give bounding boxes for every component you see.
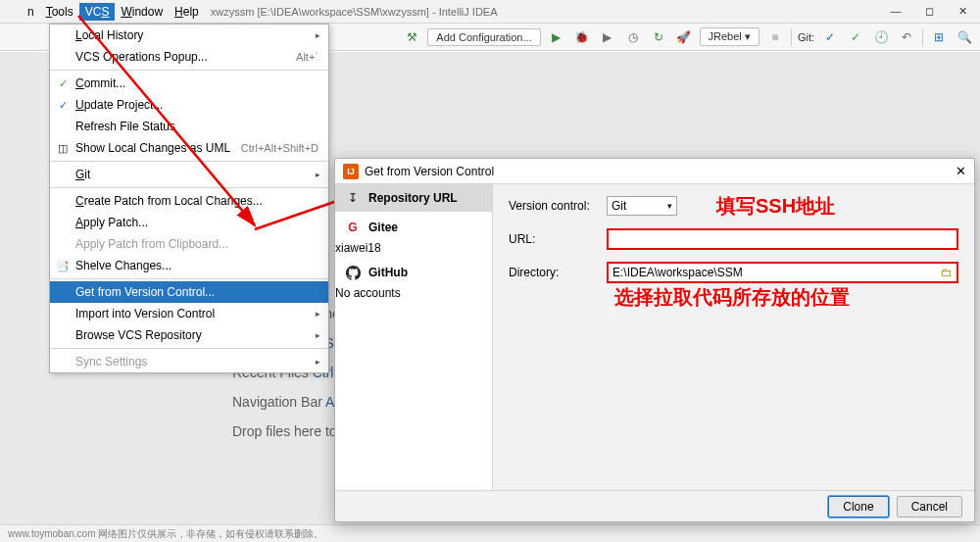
window-title: xwzyssm [E:\IDEA\workspace\SSM\xwzyssm] … [211,6,888,18]
menu-bar: n Tools VCS Window Help xwzyssm [E:\IDEA… [0,0,980,24]
dialog-form: Version control: Git▾ 填写SSH地址 URL: Direc… [493,184,974,492]
menu-window[interactable]: Window [115,3,169,21]
dialog-title: Get from Version Control [365,165,494,178]
menu-create-patch[interactable]: Create Patch from Local Changes... [50,190,328,212]
uml-icon: ◫ [56,141,70,155]
menu-n[interactable]: n [22,3,40,21]
source-gitee[interactable]: G Gitee [335,214,492,241]
debug-icon[interactable]: 🐞 [572,27,592,47]
version-control-combo[interactable]: Git▾ [607,196,677,216]
hammer-icon[interactable]: ⚒ [402,27,421,47]
annotation-directory: 选择拉取代码所存放的位置 [614,284,850,311]
git-commit-icon[interactable]: ✓ [846,27,865,47]
repo-icon: ↧ [345,190,361,206]
maximize-icon[interactable]: ◻ [921,5,937,18]
source-list: ↧ Repository URL G Gitee xiawei18 GitHub… [335,184,493,492]
git-update-icon[interactable]: ✓ [820,27,840,47]
gitee-icon: G [345,220,361,235]
vc-label: Version control: [509,199,607,213]
menu-show-uml[interactable]: ◫Show Local Changes as UMLCtrl+Alt+Shift… [50,137,328,159]
menu-commit[interactable]: ✓Commit... [50,73,328,94]
menu-browse-repo[interactable]: Browse VCS Repository▸ [50,324,328,346]
menu-apply-clipboard: Apply Patch from Clipboard... [50,233,328,255]
coverage-icon[interactable]: ▶ [598,27,617,47]
dialog-footer: Clone Cancel [335,490,974,521]
github-icon [345,265,361,280]
status-bar: www.toymoban.com 网络图片仅供展示，非存储，如有侵权请联系删除。 [0,524,980,542]
git-revert-icon[interactable]: ↶ [897,27,916,47]
url-label: URL: [509,232,607,246]
menu-update-project[interactable]: ✓Update Project... [50,94,328,116]
source-github[interactable]: GitHub [335,259,492,286]
intellij-icon: IJ [343,164,359,179]
check-icon: ✓ [56,76,70,90]
rerun-icon[interactable]: ↻ [649,27,668,47]
menu-sync-settings: Sync Settings▸ [50,351,328,372]
search-icon[interactable]: 🔍 [955,27,974,47]
close-icon[interactable]: ✕ [956,164,966,178]
add-configuration-button[interactable]: Add Configuration... [427,28,540,46]
menu-get-version-control[interactable]: Get from Version Control... [50,281,328,303]
minimize-icon[interactable]: — [888,5,904,18]
directory-input[interactable]: E:\IDEA\workspace\SSM 🗀 [607,262,958,283]
get-from-vc-dialog: IJ Get from Version Control ✕ ↧ Reposito… [334,158,975,522]
menu-help[interactable]: Help [169,3,205,21]
menu-vcs-popup[interactable]: VCS Operations Popup...Alt+` [50,46,328,68]
footer-text: www.toymoban.com 网络图片仅供展示，非存储，如有侵权请联系删除。 [8,527,323,541]
source-repository-url[interactable]: ↧ Repository URL [335,184,492,212]
run-icon[interactable]: ▶ [547,27,566,47]
menu-tools[interactable]: Tools [40,3,79,21]
menu-shelve[interactable]: 📑Shelve Changes... [50,255,328,276]
clone-button[interactable]: Clone [828,496,888,517]
menu-vcs[interactable]: VCS [79,3,116,21]
cancel-button[interactable]: Cancel [897,496,962,517]
menu-local-history[interactable]: Local History▸ [50,25,328,46]
close-window-icon[interactable]: ✕ [955,5,970,18]
menu-apply-patch[interactable]: Apply Patch... [50,212,328,233]
github-account: No accounts [335,286,401,300]
chevron-down-icon: ▾ [667,201,672,211]
menu-git[interactable]: Git▸ [50,164,328,185]
stop-icon[interactable]: ■ [765,27,785,47]
git-history-icon[interactable]: 🕘 [871,27,891,47]
folder-icon[interactable]: 🗀 [941,266,953,279]
menu-refresh-status[interactable]: Refresh File Status [50,116,328,137]
url-input[interactable] [607,228,958,250]
app-icon [4,5,18,19]
shelve-icon: 📑 [56,259,70,272]
directory-label: Directory: [509,266,607,279]
rocket-icon[interactable]: 🚀 [674,27,694,47]
profile-icon[interactable]: ◷ [623,27,643,47]
menu-import-vc[interactable]: Import into Version Control▸ [50,303,328,324]
dialog-titlebar: IJ Get from Version Control ✕ [335,159,974,184]
annotation-url: 填写SSH地址 [716,193,835,220]
vcs-dropdown: Local History▸ VCS Operations Popup...Al… [49,24,329,373]
jrebel-dropdown[interactable]: JRebel ▾ [700,27,760,46]
git-label: Git: [798,31,814,43]
gitee-account: xiawei18 [335,241,381,255]
structure-icon[interactable]: ⊞ [929,27,949,47]
check-icon: ✓ [56,98,70,112]
